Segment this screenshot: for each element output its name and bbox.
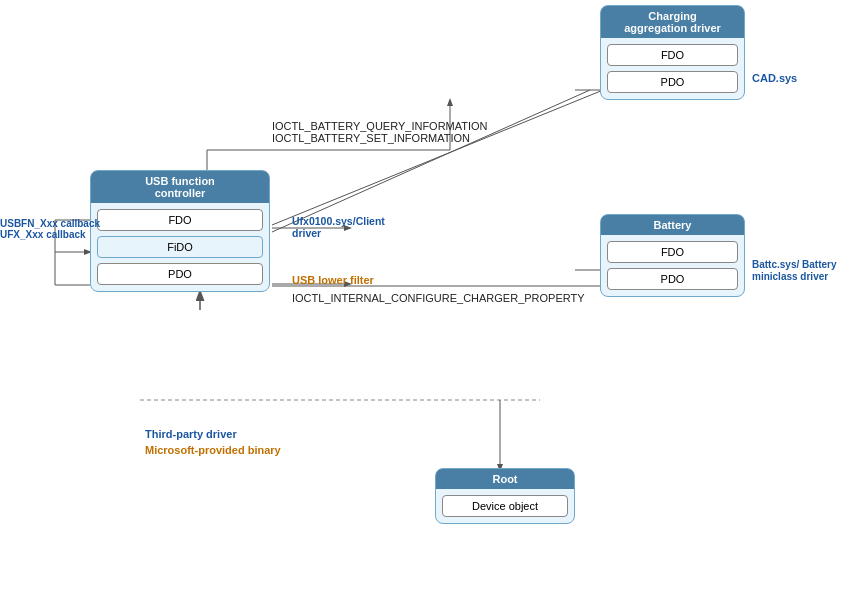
charging-fdo: FDO (607, 44, 738, 66)
charging-pdo: PDO (607, 71, 738, 93)
battery-header: Battery (601, 215, 744, 235)
usb-fdo: FDO (97, 209, 263, 231)
usb-controller-box: USB function controller FDO FiDO PDO (90, 170, 270, 292)
usb-filter-label: USB lower filter (292, 274, 374, 286)
callback1-label: USBFN_Xxx callback UFX_Xxx callback (0, 218, 100, 240)
svg-line-19 (272, 88, 608, 225)
charging-driver-title: Charging aggregation driver (624, 10, 721, 34)
ioctl-internal-label: IOCTL_INTERNAL_CONFIGURE_CHARGER_PROPERT… (292, 292, 585, 304)
legend: Third-party driver Microsoft-provided bi… (145, 428, 281, 456)
svg-line-0 (272, 90, 590, 232)
ioctl-battery-labels: IOCTL_BATTERY_QUERY_INFORMATION IOCTL_BA… (272, 120, 488, 144)
usb-fido: FiDO (97, 236, 263, 258)
charging-driver-header: Charging aggregation driver (601, 6, 744, 38)
root-box: Root Device object (435, 468, 575, 524)
charging-driver-box: Charging aggregation driver FDO PDO (600, 5, 745, 100)
battery-box: Battery FDO PDO (600, 214, 745, 297)
usb-controller-header: USB function controller (91, 171, 269, 203)
battery-pdo: PDO (607, 268, 738, 290)
usb-pdo: PDO (97, 263, 263, 285)
ufx-label: Ufx0100.sys/Client driver (292, 215, 385, 239)
diagram: Charging aggregation driver FDO PDO CAD.… (0, 0, 864, 600)
battery-fdo: FDO (607, 241, 738, 263)
device-object: Device object (442, 495, 568, 517)
battery-sys-label: Battc.sys/ Battery miniclass driver (752, 258, 836, 282)
cad-sys-label: CAD.sys (752, 72, 797, 84)
root-header: Root (436, 469, 574, 489)
